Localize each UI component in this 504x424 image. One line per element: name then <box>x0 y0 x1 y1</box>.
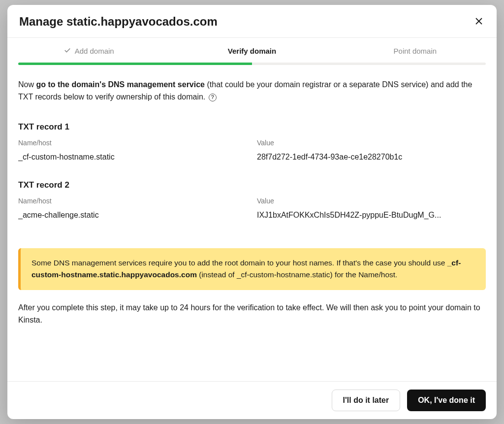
modal: Manage static.happyavocados.com Add doma… <box>7 5 497 419</box>
modal-footer: I'll do it later OK, I've done it <box>7 381 497 419</box>
record-title: TXT record 2 <box>18 180 486 190</box>
field-value: IXJ1bxAtFOKKxChIs5DH42Z-pyppuE-BtuDugM_G… <box>257 211 486 220</box>
modal-header: Manage static.happyavocados.com <box>7 5 497 38</box>
field-label: Value <box>257 139 486 147</box>
step-label: Verify domain <box>228 47 276 55</box>
txt-record-1: TXT record 1 Name/host _cf-custom-hostna… <box>18 122 486 162</box>
stepper: Add domain Verify domain Point domain <box>7 38 497 63</box>
modal-body: Now go to the domain's DNS management se… <box>7 65 497 381</box>
step-point-domain[interactable]: Point domain <box>334 38 497 63</box>
field-label: Value <box>257 197 486 205</box>
step-verify-domain[interactable]: Verify domain <box>170 38 333 63</box>
intro-bold: go to the domain's DNS management servic… <box>36 80 205 89</box>
field-value: 28f7d272-1edf-4734-93ae-ce1e28270b1c <box>257 153 486 162</box>
warning-box: Some DNS management services require you… <box>18 248 486 291</box>
warning-prefix: Some DNS management services require you… <box>32 259 447 267</box>
record-name-col: Name/host _cf-custom-hostname.static <box>18 139 247 162</box>
done-button[interactable]: OK, I've done it <box>407 390 486 411</box>
field-value: _cf-custom-hostname.static <box>18 153 247 162</box>
check-icon <box>64 47 71 55</box>
intro-prefix: Now <box>18 80 36 89</box>
field-value: _acme-challenge.static <box>18 211 247 220</box>
modal-title: Manage static.happyavocados.com <box>19 15 218 29</box>
close-icon <box>475 16 483 28</box>
record-value-col: Value IXJ1bxAtFOKKxChIs5DH42Z-pyppuE-Btu… <box>257 197 486 220</box>
help-icon[interactable]: ? <box>209 94 217 101</box>
step-label: Add domain <box>75 47 114 55</box>
step-add-domain[interactable]: Add domain <box>7 38 170 63</box>
field-label: Name/host <box>18 197 247 205</box>
step-label: Point domain <box>394 47 437 55</box>
do-later-button[interactable]: I'll do it later <box>332 390 401 411</box>
record-name-col: Name/host _acme-challenge.static <box>18 197 247 220</box>
footer-note: After you complete this step, it may tak… <box>18 302 486 326</box>
intro-text: Now go to the domain's DNS management se… <box>18 79 486 103</box>
field-label: Name/host <box>18 139 247 147</box>
warning-suffix: (instead of _cf-custom-hostname.static) … <box>197 270 397 279</box>
record-value-col: Value 28f7d272-1edf-4734-93ae-ce1e28270b… <box>257 139 486 162</box>
record-title: TXT record 1 <box>18 122 486 132</box>
close-button[interactable] <box>473 16 485 28</box>
txt-record-2: TXT record 2 Name/host _acme-challenge.s… <box>18 180 486 220</box>
